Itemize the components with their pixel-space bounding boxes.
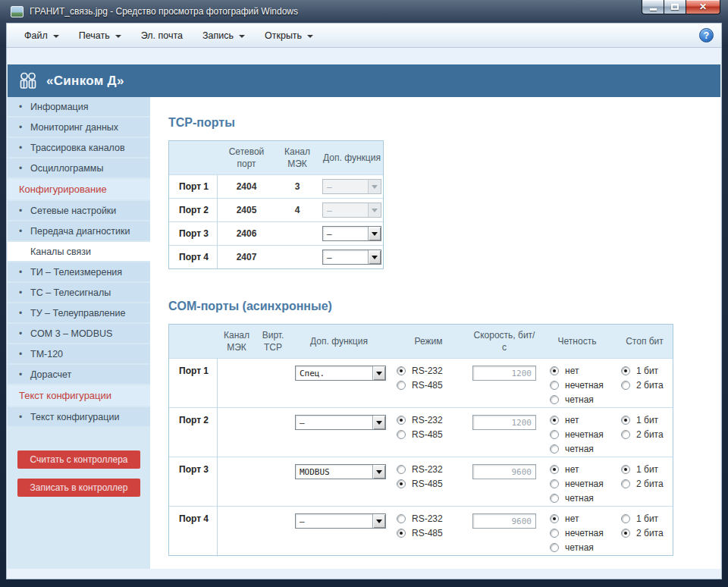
col-extra-function: Доп. функция	[290, 325, 388, 358]
dropdown-arrow-icon[interactable]	[368, 250, 381, 264]
dropdown-arrow-icon[interactable]	[372, 465, 385, 479]
tcp-table-header: Сетевой порт Канал МЭК Доп. функция	[169, 141, 383, 174]
titlebar[interactable]: ГРАНИТ_связь.jpg - Средство просмотра фо…	[0, 0, 728, 23]
minimize-icon	[650, 8, 657, 11]
speed-input[interactable]	[472, 513, 536, 529]
radio-parity-none[interactable]: нет	[550, 513, 615, 524]
radio-rs485[interactable]: RS-485	[397, 479, 469, 489]
col-speed: Скорость, бит/с	[469, 325, 539, 358]
radio-parity-even[interactable]: четная	[550, 444, 615, 454]
sidebar-item-diagnostics[interactable]: Передача диагностики	[8, 221, 150, 240]
menu-burn[interactable]: Запись	[193, 27, 255, 45]
menu-open[interactable]: Открыть	[255, 27, 323, 45]
sidebar-item-information[interactable]: Информация	[8, 97, 150, 116]
read-from-controller-button[interactable]: Считать с контроллера	[17, 450, 140, 469]
dropdown-arrow-icon[interactable]	[372, 416, 385, 429]
virtual-tcp-value	[256, 457, 290, 507]
radio-rs485[interactable]: RS-485	[397, 429, 469, 440]
radio-stop-2bit[interactable]: 2 бита	[621, 528, 674, 538]
extra-function-dropdown[interactable]: –	[295, 415, 386, 430]
radio-stop-2bit[interactable]: 2 бита	[621, 479, 674, 489]
radio-icon	[621, 381, 630, 390]
sidebar-item-oscillograms[interactable]: Осциллограммы	[8, 159, 150, 177]
com-port-row: Порт 1 Спец.	[169, 358, 673, 407]
close-button[interactable]: ✕	[686, 0, 720, 14]
radio-parity-odd[interactable]: нечетная	[550, 429, 615, 440]
radio-stop-1bit[interactable]: 1 бит	[621, 366, 674, 376]
radio-rs485[interactable]: RS-485	[397, 380, 469, 391]
radio-icon	[550, 416, 559, 425]
close-icon: ✕	[699, 2, 707, 11]
radio-parity-odd[interactable]: нечетная	[550, 479, 615, 489]
window-controls: ✕	[642, 0, 720, 14]
extra-function-dropdown[interactable]: MODBUS	[295, 464, 386, 479]
radio-parity-even[interactable]: четная	[550, 394, 615, 405]
write-to-controller-button[interactable]: Записать в контроллер	[17, 479, 140, 497]
sidebar-item-doraschet[interactable]: Дорасчет	[8, 365, 150, 384]
radio-parity-odd[interactable]: нечетная	[550, 380, 615, 391]
radio-rs232[interactable]: RS-232	[397, 415, 469, 425]
radio-stop-1bit[interactable]: 1 бит	[621, 415, 674, 425]
com-port-row: Порт 3 MODBUS	[169, 457, 673, 506]
radio-icon	[397, 416, 406, 425]
radio-rs232[interactable]: RS-232	[397, 464, 469, 475]
radio-icon	[550, 465, 559, 474]
com-port-row: Порт 2 –	[169, 407, 673, 457]
radio-parity-none[interactable]: нет	[550, 366, 615, 376]
speed-input[interactable]	[472, 415, 536, 430]
radio-stop-2bit[interactable]: 2 бита	[621, 429, 674, 440]
sidebar-item-channel-trace[interactable]: Трассировка каналов	[8, 138, 150, 157]
extra-function-dropdown[interactable]: –	[322, 226, 381, 241]
port-label: Порт 4	[169, 507, 218, 557]
virtual-tcp-value	[256, 408, 290, 458]
help-icon[interactable]: ?	[699, 28, 714, 42]
col-mek-channel: Канал МЭК	[218, 325, 256, 358]
sidebar-section-config-text: Текст конфигурации	[8, 385, 150, 406]
radio-rs232[interactable]: RS-232	[397, 513, 469, 524]
sidebar-item-ts[interactable]: ТС – Телесигналы	[8, 283, 150, 302]
radio-stop-2bit[interactable]: 2 бита	[621, 380, 674, 391]
extra-function-dropdown[interactable]: –	[295, 513, 386, 529]
port-label: Порт 3	[169, 222, 218, 245]
radio-stop-1bit[interactable]: 1 бит	[621, 464, 674, 475]
radio-icon	[621, 430, 630, 439]
menu-print[interactable]: Печать	[69, 27, 131, 45]
radio-icon	[397, 529, 406, 538]
sidebar-item-network-settings[interactable]: Сетевые настройки	[8, 201, 150, 220]
radio-parity-even[interactable]: четная	[550, 493, 615, 504]
port-label: Порт 1	[169, 359, 218, 409]
radio-rs232[interactable]: RS-232	[397, 366, 469, 376]
sidebar-item-monitoring[interactable]: Мониторинг данных	[8, 118, 150, 137]
photo-content: «Синком Д» Информация Мониторинг данных …	[8, 64, 720, 569]
col-virtual-tcp: Вирт. TCP	[256, 325, 290, 358]
sidebar-item-config-text[interactable]: Текст конфигурации	[8, 407, 150, 426]
radio-parity-none[interactable]: нет	[550, 415, 615, 425]
speed-input[interactable]	[472, 366, 536, 381]
sidebar-item-tm120[interactable]: ТМ-120	[8, 344, 150, 363]
radio-parity-none[interactable]: нет	[550, 464, 615, 475]
maximize-button[interactable]	[664, 0, 686, 14]
menu-email[interactable]: Эл. почта	[131, 27, 193, 45]
sidebar-item-tu[interactable]: ТУ – Телеуправление	[8, 303, 150, 322]
dropdown-arrow-icon[interactable]	[372, 366, 385, 380]
radio-parity-odd[interactable]: нечетная	[550, 528, 615, 538]
sidebar-item-com3-modbus[interactable]: COM 3 – MODBUS	[8, 324, 150, 343]
radio-icon	[550, 430, 559, 439]
minimize-button[interactable]	[642, 0, 664, 14]
extra-function-dropdown[interactable]: Спец.	[295, 366, 386, 381]
tcp-ports-table: Сетевой порт Канал МЭК Доп. функция Порт…	[168, 140, 384, 269]
sidebar-item-ti[interactable]: ТИ – Телеизмерения	[8, 262, 150, 281]
extra-function-dropdown[interactable]: –	[322, 250, 381, 265]
speed-input[interactable]	[472, 464, 536, 479]
menu-file[interactable]: Файл	[14, 27, 69, 45]
radio-stop-1bit[interactable]: 1 бит	[621, 513, 674, 524]
com-ports-table: Канал МЭК Вирт. TCP Доп. функция Режим С…	[168, 324, 673, 556]
dropdown-arrow-icon[interactable]	[368, 227, 381, 240]
radio-parity-even[interactable]: четная	[550, 542, 615, 553]
port-label: Порт 1	[169, 175, 218, 198]
radio-rs485[interactable]: RS-485	[397, 528, 469, 538]
dropdown-arrow-icon[interactable]	[372, 514, 385, 528]
radio-icon	[397, 430, 406, 439]
extra-function-dropdown: –	[322, 179, 381, 194]
sidebar-item-comm-channels-active[interactable]: Каналы связи	[8, 242, 150, 261]
